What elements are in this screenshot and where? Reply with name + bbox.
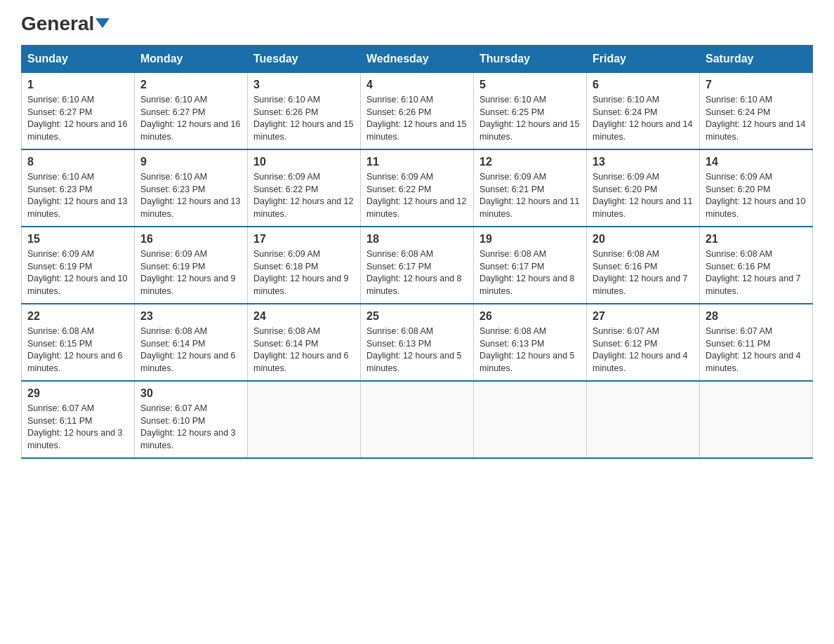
day-info: Sunrise: 6:10 AM Sunset: 6:26 PM Dayligh… [366, 94, 468, 143]
day-info: Sunrise: 6:08 AM Sunset: 6:16 PM Dayligh… [706, 248, 807, 297]
calendar-day-7: 7 Sunrise: 6:10 AM Sunset: 6:24 PM Dayli… [700, 73, 813, 150]
calendar-day-20: 20 Sunrise: 6:08 AM Sunset: 6:16 PM Dayl… [587, 227, 700, 304]
day-info: Sunrise: 6:10 AM Sunset: 6:25 PM Dayligh… [479, 94, 581, 143]
day-info: Sunrise: 6:09 AM Sunset: 6:20 PM Dayligh… [706, 171, 807, 220]
calendar-empty [700, 381, 813, 458]
day-info: Sunrise: 6:10 AM Sunset: 6:27 PM Dayligh… [27, 94, 128, 143]
calendar-day-24: 24 Sunrise: 6:08 AM Sunset: 6:14 PM Dayl… [248, 304, 361, 381]
day-number: 16 [140, 233, 241, 246]
calendar-day-6: 6 Sunrise: 6:10 AM Sunset: 6:24 PM Dayli… [587, 73, 700, 150]
day-header-friday: Friday [587, 46, 700, 73]
day-header-wednesday: Wednesday [361, 46, 474, 73]
calendar-day-27: 27 Sunrise: 6:07 AM Sunset: 6:12 PM Dayl… [587, 304, 700, 381]
day-header-tuesday: Tuesday [248, 46, 361, 73]
calendar-day-13: 13 Sunrise: 6:09 AM Sunset: 6:20 PM Dayl… [587, 149, 700, 227]
calendar-day-10: 10 Sunrise: 6:09 AM Sunset: 6:22 PM Dayl… [248, 149, 361, 227]
calendar-day-28: 28 Sunrise: 6:07 AM Sunset: 6:11 PM Dayl… [700, 304, 813, 381]
calendar-day-18: 18 Sunrise: 6:08 AM Sunset: 6:17 PM Dayl… [361, 227, 474, 304]
day-info: Sunrise: 6:09 AM Sunset: 6:21 PM Dayligh… [479, 171, 581, 220]
day-number: 21 [706, 233, 807, 246]
day-number: 6 [593, 79, 694, 91]
day-number: 18 [366, 233, 468, 246]
day-header-thursday: Thursday [474, 46, 587, 73]
calendar-day-29: 29 Sunrise: 6:07 AM Sunset: 6:11 PM Dayl… [22, 381, 135, 458]
day-number: 19 [479, 233, 581, 246]
calendar-day-25: 25 Sunrise: 6:08 AM Sunset: 6:13 PM Dayl… [361, 304, 474, 381]
calendar-week-4: 22 Sunrise: 6:08 AM Sunset: 6:15 PM Dayl… [22, 304, 813, 381]
day-info: Sunrise: 6:07 AM Sunset: 6:12 PM Dayligh… [593, 326, 694, 375]
day-number: 23 [140, 310, 241, 323]
calendar-day-16: 16 Sunrise: 6:09 AM Sunset: 6:19 PM Dayl… [135, 227, 248, 304]
day-number: 25 [366, 310, 468, 323]
day-number: 9 [140, 156, 241, 168]
calendar-empty [587, 381, 700, 458]
calendar-day-4: 4 Sunrise: 6:10 AM Sunset: 6:26 PM Dayli… [361, 73, 474, 150]
calendar-day-2: 2 Sunrise: 6:10 AM Sunset: 6:27 PM Dayli… [135, 73, 248, 150]
day-info: Sunrise: 6:08 AM Sunset: 6:15 PM Dayligh… [27, 326, 128, 375]
day-info: Sunrise: 6:07 AM Sunset: 6:11 PM Dayligh… [27, 403, 128, 452]
calendar-day-5: 5 Sunrise: 6:10 AM Sunset: 6:25 PM Dayli… [474, 73, 587, 150]
calendar-empty [361, 381, 474, 458]
calendar-day-14: 14 Sunrise: 6:09 AM Sunset: 6:20 PM Dayl… [700, 149, 813, 227]
day-number: 1 [27, 79, 128, 91]
day-info: Sunrise: 6:08 AM Sunset: 6:13 PM Dayligh… [479, 326, 581, 375]
calendar-header: SundayMondayTuesdayWednesdayThursdayFrid… [22, 46, 813, 73]
day-info: Sunrise: 6:08 AM Sunset: 6:14 PM Dayligh… [140, 326, 241, 375]
day-info: Sunrise: 6:08 AM Sunset: 6:17 PM Dayligh… [479, 248, 581, 297]
logo-triangle-icon [95, 18, 110, 28]
day-number: 28 [706, 310, 807, 323]
page-header: General [21, 14, 813, 31]
logo: General [21, 14, 110, 31]
calendar-day-22: 22 Sunrise: 6:08 AM Sunset: 6:15 PM Dayl… [22, 304, 135, 381]
day-number: 10 [253, 156, 355, 168]
day-number: 17 [253, 233, 355, 246]
logo-top: General [21, 14, 110, 34]
day-number: 15 [27, 233, 128, 246]
day-info: Sunrise: 6:10 AM Sunset: 6:23 PM Dayligh… [27, 171, 128, 220]
day-info: Sunrise: 6:08 AM Sunset: 6:13 PM Dayligh… [366, 326, 468, 375]
day-number: 22 [27, 310, 128, 323]
calendar-day-1: 1 Sunrise: 6:10 AM Sunset: 6:27 PM Dayli… [22, 73, 135, 150]
day-number: 27 [593, 310, 694, 323]
calendar-week-1: 1 Sunrise: 6:10 AM Sunset: 6:27 PM Dayli… [22, 73, 813, 150]
day-info: Sunrise: 6:09 AM Sunset: 6:19 PM Dayligh… [27, 248, 128, 297]
day-number: 20 [593, 233, 694, 246]
day-info: Sunrise: 6:08 AM Sunset: 6:14 PM Dayligh… [253, 326, 355, 375]
day-number: 14 [706, 156, 807, 168]
day-number: 29 [27, 387, 128, 400]
calendar-day-3: 3 Sunrise: 6:10 AM Sunset: 6:26 PM Dayli… [248, 73, 361, 150]
day-header-monday: Monday [135, 46, 248, 73]
day-info: Sunrise: 6:09 AM Sunset: 6:22 PM Dayligh… [253, 171, 355, 220]
day-number: 5 [479, 79, 581, 91]
day-number: 24 [253, 310, 355, 323]
day-info: Sunrise: 6:10 AM Sunset: 6:23 PM Dayligh… [140, 171, 241, 220]
calendar-day-12: 12 Sunrise: 6:09 AM Sunset: 6:21 PM Dayl… [474, 149, 587, 227]
day-info: Sunrise: 6:10 AM Sunset: 6:24 PM Dayligh… [593, 94, 694, 143]
day-info: Sunrise: 6:07 AM Sunset: 6:11 PM Dayligh… [706, 326, 807, 375]
calendar-day-9: 9 Sunrise: 6:10 AM Sunset: 6:23 PM Dayli… [135, 149, 248, 227]
calendar-week-2: 8 Sunrise: 6:10 AM Sunset: 6:23 PM Dayli… [22, 149, 813, 227]
calendar-day-17: 17 Sunrise: 6:09 AM Sunset: 6:18 PM Dayl… [248, 227, 361, 304]
calendar-day-8: 8 Sunrise: 6:10 AM Sunset: 6:23 PM Dayli… [22, 149, 135, 227]
day-info: Sunrise: 6:10 AM Sunset: 6:27 PM Dayligh… [140, 94, 241, 143]
day-number: 26 [479, 310, 581, 323]
calendar-day-15: 15 Sunrise: 6:09 AM Sunset: 6:19 PM Dayl… [22, 227, 135, 304]
day-header-sunday: Sunday [22, 46, 135, 73]
day-info: Sunrise: 6:08 AM Sunset: 6:16 PM Dayligh… [593, 248, 694, 297]
calendar-empty [474, 381, 587, 458]
calendar-day-23: 23 Sunrise: 6:08 AM Sunset: 6:14 PM Dayl… [135, 304, 248, 381]
calendar-day-30: 30 Sunrise: 6:07 AM Sunset: 6:10 PM Dayl… [135, 381, 248, 458]
day-header-saturday: Saturday [700, 46, 813, 73]
day-info: Sunrise: 6:10 AM Sunset: 6:26 PM Dayligh… [253, 94, 355, 143]
day-number: 2 [140, 79, 241, 91]
calendar-day-21: 21 Sunrise: 6:08 AM Sunset: 6:16 PM Dayl… [700, 227, 813, 304]
day-info: Sunrise: 6:09 AM Sunset: 6:19 PM Dayligh… [140, 248, 241, 297]
day-info: Sunrise: 6:07 AM Sunset: 6:10 PM Dayligh… [140, 403, 241, 452]
day-number: 8 [27, 156, 128, 168]
day-number: 3 [253, 79, 355, 91]
calendar-table: SundayMondayTuesdayWednesdayThursdayFrid… [21, 45, 813, 459]
day-number: 12 [479, 156, 581, 168]
calendar-empty [248, 381, 361, 458]
day-info: Sunrise: 6:09 AM Sunset: 6:20 PM Dayligh… [593, 171, 694, 220]
calendar-day-11: 11 Sunrise: 6:09 AM Sunset: 6:22 PM Dayl… [361, 149, 474, 227]
